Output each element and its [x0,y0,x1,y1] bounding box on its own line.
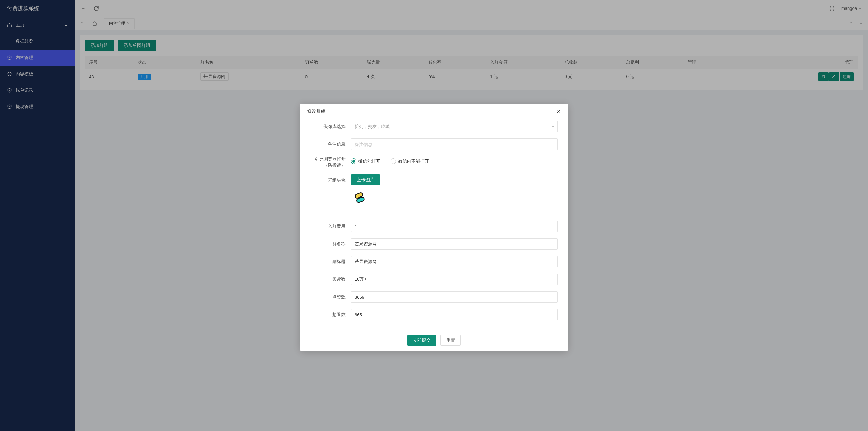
edit-group-dialog: 修改群组 头像库选择 备注信息 引导浏览器打开（防投诉） [300,104,568,351]
avatar-lib-select[interactable] [351,121,558,132]
join-fee-input[interactable] [351,221,558,232]
dialog-close-button[interactable] [556,109,561,114]
submit-button[interactable]: 立即提交 [407,335,436,346]
radio-wechat-can-open[interactable]: 微信能打开 [351,158,380,164]
avatar-lib-value[interactable] [351,121,558,132]
radio-label: 微信能打开 [358,158,380,164]
want-count-input[interactable] [351,309,558,320]
remark-input[interactable] [351,138,558,150]
label-join-fee: 入群费用 [310,223,351,229]
label-want-count: 想看数 [310,312,351,318]
radio-wechat-cannot-open[interactable]: 微信内不能打开 [391,158,429,164]
label-read-count: 阅读数 [310,276,351,282]
label-avatar-lib: 头像库选择 [310,124,351,130]
avatar-icon [352,191,368,206]
caret-down-icon [552,126,554,127]
dialog-title: 修改群组 [307,108,326,114]
label-like-count: 点赞数 [310,294,351,300]
group-name-input[interactable] [351,238,558,250]
radio-label: 微信内不能打开 [398,158,429,164]
label-browser-guide: 引导浏览器打开（防投诉） [310,156,351,168]
close-icon [556,109,561,114]
avatar-preview [351,189,369,208]
reset-button[interactable]: 重置 [440,335,461,346]
label-group-name: 群名称 [310,241,351,247]
label-subtitle: 副标题 [310,259,351,265]
label-remark: 备注信息 [310,141,351,147]
label-group-avatar: 群组头像 [310,174,351,183]
like-count-input[interactable] [351,291,558,303]
modal-overlay: 修改群组 头像库选择 备注信息 引导浏览器打开（防投诉） [0,0,868,431]
subtitle-input[interactable] [351,256,558,267]
upload-image-button[interactable]: 上传图片 [351,174,380,185]
read-count-input[interactable] [351,274,558,285]
